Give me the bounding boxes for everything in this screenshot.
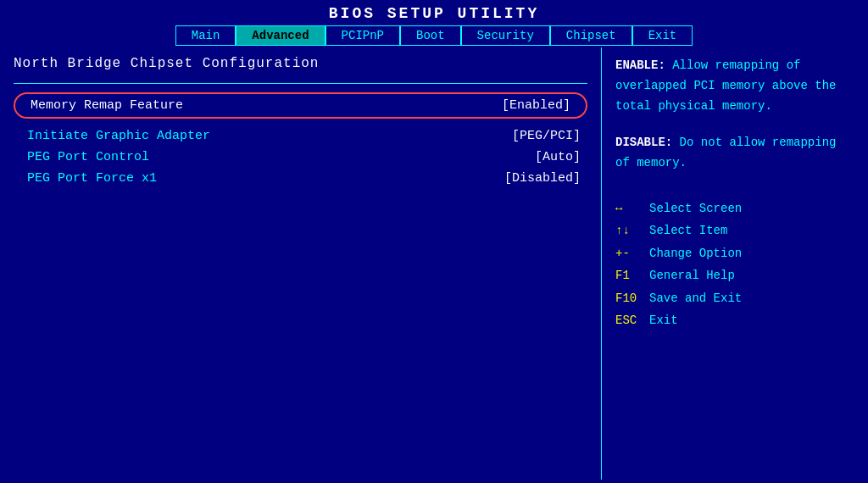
help-text-enable: ENABLE: Allow remapping of overlapped PC…: [615, 56, 854, 116]
key-desc-0: Select Screen: [649, 199, 742, 218]
sub-item-peg-port-control-value: [Auto]: [535, 150, 581, 164]
bios-title: BIOS SETUP UTILITY: [0, 0, 868, 22]
key-symbol-4: F10: [615, 289, 649, 308]
tab-security[interactable]: Security: [461, 25, 550, 46]
key-symbol-5: ESC: [615, 311, 649, 330]
menu-item-memory-remap[interactable]: Memory Remap Feature [Enabled]: [14, 92, 587, 119]
key-desc-1: Select Item: [649, 221, 727, 240]
title-text: BIOS SETUP UTILITY: [329, 5, 539, 22]
tab-boot[interactable]: Boot: [400, 25, 461, 46]
key-row-3: F1 General Help: [615, 266, 854, 285]
sub-item-peg-port-force-label: PEG Port Force x1: [27, 171, 157, 186]
help-text-disable: DISABLE: Do not allow remapping of memor…: [615, 133, 854, 174]
sub-item-graphic-adapter-label: Initiate Graphic Adapter: [27, 129, 210, 143]
key-row-4: F10 Save and Exit: [615, 289, 854, 308]
key-row-1: ↑↓ Select Item: [615, 221, 854, 240]
tab-exit[interactable]: Exit: [632, 25, 693, 46]
help-disable-label: DISABLE:: [615, 136, 672, 149]
bios-screen: BIOS SETUP UTILITY Main Advanced PCIPnP …: [0, 0, 868, 483]
right-panel: ENABLE: Allow remapping of overlapped PC…: [602, 47, 868, 480]
key-symbol-1: ↑↓: [615, 221, 649, 240]
section-title: North Bridge Chipset Configuration: [14, 56, 587, 71]
key-row-2: +- Change Option: [615, 244, 854, 263]
key-desc-2: Change Option: [649, 244, 742, 263]
menu-item-memory-remap-label: Memory Remap Feature: [31, 98, 183, 113]
key-desc-4: Save and Exit: [649, 289, 742, 308]
key-symbol-0: ↔: [615, 199, 649, 218]
sub-item-peg-port-force-value: [Disabled]: [504, 171, 581, 186]
key-symbol-3: F1: [615, 266, 649, 285]
divider: [14, 83, 587, 84]
left-panel: North Bridge Chipset Configuration Memor…: [0, 47, 602, 480]
tab-advanced[interactable]: Advanced: [236, 25, 325, 46]
sub-item-peg-port-force[interactable]: PEG Port Force x1 [Disabled]: [20, 168, 587, 189]
tab-pcipnp[interactable]: PCIPnP: [326, 25, 400, 46]
tab-chipset[interactable]: Chipset: [550, 25, 632, 46]
tab-row: Main Advanced PCIPnP Boot Security Chips…: [0, 25, 868, 46]
sub-items: Initiate Graphic Adapter [PEG/PCI] PEG P…: [20, 125, 587, 189]
sub-item-graphic-adapter-value: [PEG/PCI]: [512, 129, 581, 143]
sub-item-peg-port-control[interactable]: PEG Port Control [Auto]: [20, 147, 587, 168]
menu-item-memory-remap-value: [Enabled]: [502, 98, 570, 113]
main-content: North Bridge Chipset Configuration Memor…: [0, 47, 868, 480]
help-enable-label: ENABLE:: [615, 58, 665, 72]
tab-main[interactable]: Main: [175, 25, 236, 46]
key-legend: ↔ Select Screen ↑↓ Select Item +- Change…: [615, 199, 854, 330]
sub-item-graphic-adapter[interactable]: Initiate Graphic Adapter [PEG/PCI]: [20, 125, 587, 147]
key-row-0: ↔ Select Screen: [615, 199, 854, 218]
key-row-5: ESC Exit: [615, 311, 854, 330]
key-desc-5: Exit: [649, 311, 678, 330]
sub-item-peg-port-control-label: PEG Port Control: [27, 150, 149, 164]
key-symbol-2: +-: [615, 244, 649, 263]
key-desc-3: General Help: [649, 266, 735, 285]
